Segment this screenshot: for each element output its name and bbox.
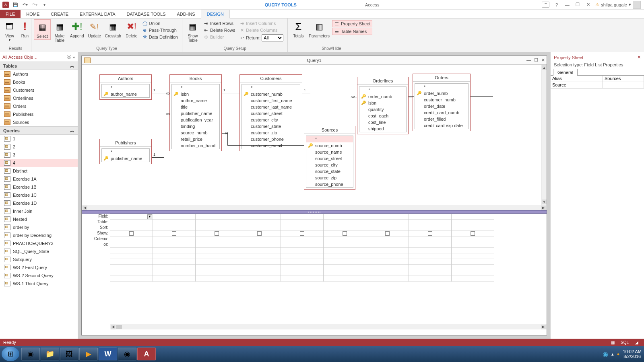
grid-cell[interactable] <box>281 259 323 265</box>
append-button[interactable]: ✚!Append <box>68 19 85 39</box>
grid-cell[interactable] <box>366 231 409 237</box>
grid-cell[interactable] <box>409 214 451 220</box>
show-table-button[interactable]: ▦Show Table <box>185 19 201 43</box>
nav-table-books[interactable]: Books <box>0 78 78 86</box>
field-sourcezip[interactable]: source_zip <box>306 175 353 181</box>
table-books[interactable]: Books*🔑isbnauthor_nametitlepublisher_nam… <box>169 74 222 151</box>
tab-external-data[interactable]: EXTERNAL DATA <box>74 10 121 18</box>
field-[interactable]: * <box>242 84 300 91</box>
nav-query-item[interactable]: Subquery <box>0 255 78 263</box>
grid-cell[interactable] <box>366 237 409 242</box>
union-button[interactable]: ◯Union <box>140 20 180 27</box>
field-publicationyear[interactable]: publication_year <box>172 117 219 123</box>
grid-cell[interactable] <box>196 237 238 242</box>
save-icon[interactable]: 💾 <box>12 2 19 8</box>
grid-hscroll[interactable]: ◀▶ <box>110 324 547 329</box>
field-ordernumb[interactable]: 🔑order_numb <box>359 93 406 100</box>
field-[interactable]: * <box>359 87 406 93</box>
grid-cell[interactable] <box>281 225 323 231</box>
grid-cell[interactable] <box>281 214 323 220</box>
field-[interactable]: * <box>415 84 468 90</box>
grid-cell[interactable] <box>153 225 195 231</box>
grid-cell[interactable] <box>196 248 238 253</box>
nav-query-item[interactable]: 3 <box>0 151 78 159</box>
field-sourcenumb[interactable]: source_numb <box>172 130 219 136</box>
field-publishername[interactable]: publisher_name <box>172 110 219 117</box>
grid-cell[interactable] <box>452 237 494 242</box>
grid-cell[interactable] <box>110 237 153 242</box>
grid-cell[interactable] <box>281 276 323 282</box>
grid-cell[interactable] <box>110 231 153 237</box>
field-orderfilled[interactable]: order_filled <box>415 116 468 122</box>
delete-rows-button[interactable]: ⇤Delete Rows <box>202 27 237 33</box>
doc-maximize-icon[interactable]: ☐ <box>534 58 538 63</box>
grid-cell[interactable] <box>196 225 238 231</box>
field-authorname[interactable]: author_name <box>172 97 219 104</box>
insert-cols-button[interactable]: ⇥Insert Columns <box>237 20 285 27</box>
field-title[interactable]: title <box>172 104 219 110</box>
nav-query-item[interactable]: WS-1 Third Query <box>0 280 78 288</box>
taskbar-hp[interactable]: ◉ <box>21 348 40 360</box>
nav-query-item[interactable]: Nested <box>0 215 78 223</box>
grid-cell[interactable] <box>324 270 366 276</box>
show-checkbox[interactable] <box>215 231 219 236</box>
grid-cell[interactable] <box>281 237 323 242</box>
user-account[interactable]: ⚠shilpa gugale ▾ <box>595 1 641 9</box>
field-customernumb[interactable]: customer_numb <box>415 97 468 103</box>
grid-cell[interactable] <box>324 265 366 270</box>
grid-cell[interactable] <box>366 220 409 225</box>
return-select[interactable]: All <box>262 34 283 41</box>
nav-table-orderlines[interactable]: Orderlines <box>0 94 78 102</box>
grid-cell[interactable] <box>324 242 366 248</box>
restore-icon[interactable]: ❐ <box>574 2 581 8</box>
grid-cell[interactable] <box>110 225 153 231</box>
ribbon-collapse-icon[interactable]: ⌃ <box>542 2 549 8</box>
tray-icon-1[interactable]: ◉ <box>603 350 608 358</box>
grid-cell[interactable] <box>153 259 195 265</box>
grid-cell[interactable] <box>366 270 409 276</box>
field-quantity[interactable]: quantity <box>359 106 406 113</box>
show-checkbox[interactable] <box>257 231 262 236</box>
grid-cell[interactable] <box>153 214 195 220</box>
grid-cell[interactable] <box>324 276 366 282</box>
make-table-button[interactable]: ▦Make Table <box>52 19 68 43</box>
field-customerfirstname[interactable]: customer_first_name <box>242 97 300 104</box>
nav-query-item[interactable]: Exercise 1A <box>0 175 78 183</box>
field-customerstreet[interactable]: customer_street <box>242 110 300 117</box>
field-isbn[interactable]: 🔑isbn <box>172 91 219 97</box>
taskbar-media[interactable]: ▶ <box>79 348 98 360</box>
grid-cell[interactable] <box>324 253 366 259</box>
grid-cell[interactable] <box>409 220 451 225</box>
doc-close-icon[interactable]: ✕ <box>541 58 545 63</box>
grid-cell[interactable] <box>324 248 366 253</box>
field-shipped[interactable]: shipped <box>359 125 406 132</box>
property-row[interactable]: AliasSources <box>551 76 644 82</box>
nav-table-customers[interactable]: Customers <box>0 86 78 94</box>
grid-cell[interactable] <box>366 265 409 270</box>
delete-cols-button[interactable]: ✕Delete Columns <box>237 27 285 33</box>
grid-cell[interactable] <box>196 259 238 265</box>
nav-query-item[interactable]: WS-2 Second Query <box>0 272 78 280</box>
property-sheet-close-icon[interactable]: ✕ <box>637 55 641 60</box>
help-icon[interactable]: ? <box>553 2 560 8</box>
taskbar-explorer[interactable]: 📁 <box>41 348 59 360</box>
grid-cell[interactable] <box>153 276 195 282</box>
field-numberonhand[interactable]: number_on_hand <box>172 142 219 149</box>
show-checkbox[interactable] <box>428 231 432 236</box>
view-design-icon[interactable]: ◢ <box>633 339 641 345</box>
show-checkbox[interactable] <box>300 231 304 236</box>
grid-cell[interactable] <box>238 265 281 270</box>
field-creditcardnumb[interactable]: credit_card_numb <box>415 109 468 116</box>
totals-button[interactable]: ΣTotals <box>290 19 306 39</box>
field-sourcestate[interactable]: source_state <box>306 168 353 175</box>
grid-column[interactable] <box>452 214 494 282</box>
grid-column[interactable] <box>196 214 238 282</box>
grid-cell[interactable] <box>281 270 323 276</box>
grid-cell[interactable] <box>281 265 323 270</box>
field-sourcenumb[interactable]: 🔑source_numb <box>306 142 353 149</box>
pane-splitter[interactable] <box>82 210 547 214</box>
grid-cell[interactable]: ▼ <box>110 214 153 220</box>
select-button[interactable]: ▦Select <box>34 19 51 40</box>
tab-home[interactable]: HOME <box>21 10 45 18</box>
show-checkbox[interactable] <box>172 231 176 236</box>
